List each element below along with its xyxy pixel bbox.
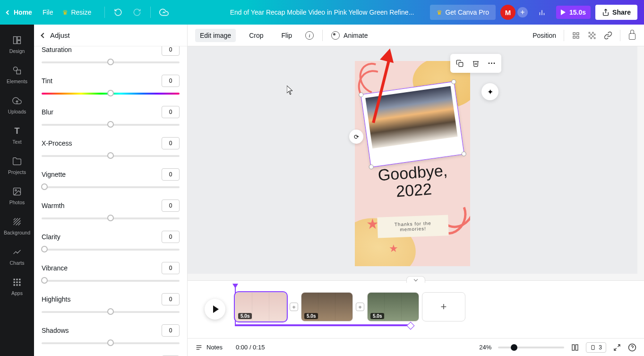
adjust-value-input[interactable]: 0 [162, 200, 180, 212]
transition-button[interactable]: + [290, 303, 298, 311]
duplicate-button[interactable] [452, 56, 467, 71]
canvas-area[interactable]: ★ ★ Goodbye, 2022 Thanks for the memorie… [188, 46, 637, 280]
grid-view-button[interactable] [571, 343, 579, 352]
rail-uploads[interactable]: Uploads [0, 90, 34, 120]
rail-background[interactable]: Background [0, 211, 34, 241]
home-button[interactable]: Home [7, 9, 32, 16]
color-picker-icon[interactable] [572, 31, 580, 40]
crop-button[interactable]: Crop [244, 29, 268, 42]
transition-button[interactable]: + [356, 303, 364, 311]
adjust-value-input[interactable]: 0 [162, 137, 180, 149]
share-button[interactable]: Share [595, 5, 637, 20]
rail-photos[interactable]: Photos [0, 181, 34, 211]
help-button[interactable] [628, 343, 636, 352]
adjust-slider[interactable] [42, 120, 180, 130]
adjust-slider[interactable] [42, 89, 180, 98]
slider-thumb[interactable] [107, 121, 114, 128]
slider-thumb[interactable] [41, 183, 48, 190]
adjust-value-input[interactable]: 0 [162, 75, 180, 87]
redo-button[interactable] [129, 5, 145, 20]
resize-handle[interactable] [461, 151, 466, 156]
slider-thumb[interactable] [107, 308, 114, 315]
svg-rect-33 [594, 34, 596, 35]
svg-rect-27 [577, 33, 579, 35]
panel-scroll[interactable]: Saturation0Tint0Blur0X-Process0Vignette0… [34, 46, 187, 356]
document-title[interactable]: End of Year Recap Mobile Video in Pink Y… [230, 9, 414, 16]
adjust-slider[interactable] [42, 307, 180, 317]
adjust-value-input[interactable]: 0 [162, 231, 180, 243]
adjust-slider[interactable] [42, 276, 180, 286]
link-icon[interactable] [604, 31, 612, 40]
apps-icon [12, 277, 22, 287]
resize-handle[interactable] [369, 164, 374, 169]
clip-3[interactable]: 5.0s [367, 292, 419, 321]
animate-button[interactable]: Animate [331, 31, 368, 40]
caption-tape[interactable]: Thanks for the memories! [377, 215, 448, 238]
slider-thumb[interactable] [107, 215, 114, 221]
adjust-slider[interactable] [42, 182, 180, 192]
adjust-value-input[interactable]: 0 [162, 293, 180, 305]
rail-charts[interactable]: Charts [0, 241, 34, 271]
rotate-button[interactable]: ⟳ [349, 130, 363, 144]
position-button[interactable]: Position [532, 32, 556, 39]
fullscreen-button[interactable] [613, 343, 621, 352]
delete-button[interactable] [468, 56, 483, 71]
adjust-slider[interactable] [42, 214, 180, 223]
collapse-timeline-button[interactable] [406, 276, 425, 283]
headline-text[interactable]: Goodbye, 2022 [378, 161, 449, 201]
adjust-slider[interactable] [42, 245, 180, 254]
slider-thumb[interactable] [107, 339, 114, 346]
notes-button[interactable]: Notes [195, 344, 223, 351]
page-indicator[interactable]: 3 [586, 342, 606, 353]
regenerate-button[interactable]: ✦ [481, 83, 498, 100]
adjust-value-input[interactable]: 0 [162, 168, 180, 181]
adjust-value-input[interactable]: 0 [162, 262, 180, 274]
play-button[interactable] [205, 299, 225, 320]
timeline-range-bar[interactable] [235, 324, 410, 326]
lock-icon[interactable] [628, 31, 636, 40]
back-button[interactable] [41, 33, 46, 38]
rail-text[interactable]: TText [0, 120, 34, 150]
adjust-value-input[interactable]: 0 [162, 106, 180, 118]
resize-button[interactable]: ♛ Resize [62, 9, 91, 16]
adjust-slider[interactable] [42, 151, 180, 161]
clip-2[interactable]: 5.0s [301, 292, 353, 321]
rail-apps[interactable]: Apps [0, 271, 34, 302]
add-clip-button[interactable]: + [422, 292, 465, 321]
edit-image-button[interactable]: Edit image [195, 29, 236, 42]
canvas-frame[interactable]: ★ ★ Goodbye, 2022 Thanks for the memorie… [355, 61, 470, 266]
vertical-scrollbar[interactable] [637, 46, 644, 280]
undo-button[interactable] [111, 5, 126, 20]
flip-button[interactable]: Flip [277, 29, 297, 42]
svg-rect-31 [590, 34, 592, 35]
adjust-label: Warmth [42, 202, 64, 209]
add-member-button[interactable]: + [517, 7, 528, 17]
transparency-icon[interactable] [588, 31, 596, 40]
adjust-value-input[interactable]: 0 [162, 324, 180, 337]
info-icon[interactable]: i [305, 31, 314, 40]
cloud-sync-icon[interactable] [156, 5, 172, 20]
rail-design[interactable]: Design [0, 29, 34, 60]
insights-button[interactable] [534, 5, 550, 20]
slider-thumb[interactable] [107, 90, 114, 96]
svg-rect-20 [14, 281, 15, 283]
avatar[interactable]: M [500, 5, 515, 20]
slider-thumb[interactable] [41, 246, 48, 252]
zoom-thumb[interactable] [511, 344, 517, 351]
slider-thumb[interactable] [41, 277, 48, 284]
polaroid-image[interactable] [361, 81, 464, 167]
adjust-slider[interactable] [42, 58, 180, 67]
rail-projects[interactable]: Projects [0, 150, 34, 181]
svg-rect-18 [16, 279, 17, 280]
zoom-slider[interactable] [498, 347, 564, 348]
file-menu[interactable]: File [43, 9, 53, 16]
play-duration-button[interactable]: 15.0s [556, 6, 591, 19]
more-button[interactable]: ··· [484, 56, 499, 71]
slider-thumb[interactable] [107, 59, 114, 65]
adjust-value-input[interactable]: 0 [162, 46, 180, 56]
clip-1[interactable]: 5.0s [235, 292, 287, 321]
adjust-slider[interactable] [42, 339, 180, 348]
rail-elements[interactable]: Elements [0, 60, 34, 90]
slider-thumb[interactable] [107, 152, 114, 159]
get-pro-button[interactable]: ♛ Get Canva Pro [430, 5, 496, 20]
